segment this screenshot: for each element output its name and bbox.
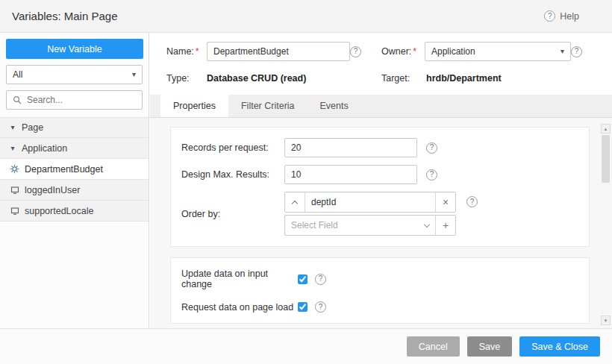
service-variable-icon <box>10 164 19 174</box>
tree-item-label: DepartmentBudget <box>25 164 103 175</box>
properties-tab-content: Records per request: ? Design Max. Resul… <box>150 118 612 328</box>
caret-down-icon: ▾ <box>561 48 564 55</box>
save-button[interactable]: Save <box>467 336 513 357</box>
close-icon: × <box>443 196 449 208</box>
search-input[interactable] <box>25 94 137 106</box>
owner-select[interactable]: Application ▾ <box>425 42 571 61</box>
help-icon: ? <box>544 10 555 22</box>
variable-icon <box>10 186 19 195</box>
request-data-help-icon[interactable]: ? <box>315 301 326 313</box>
tab-properties[interactable]: Properties <box>160 95 228 117</box>
chevron-up-icon <box>292 200 298 206</box>
request-data-checkbox[interactable] <box>298 302 307 312</box>
variable-icon <box>10 207 19 216</box>
scrollbar-thumb[interactable] <box>602 135 610 183</box>
owner-select-value: Application <box>431 46 475 57</box>
triangle-up-icon: ▲ <box>604 127 608 131</box>
dialog-header: Variables: Main Page ? Help <box>0 0 612 33</box>
request-data-label: Request data on page load <box>181 302 298 313</box>
request-data-row: Request data on page load ? <box>181 301 578 313</box>
design-max-results-row: Design Max. Results: ? <box>181 165 578 184</box>
tree-group-label: Application <box>22 143 67 154</box>
save-close-button[interactable]: Save & Close <box>519 336 600 357</box>
data-settings-card: Records per request: ? Design Max. Resul… <box>170 127 590 247</box>
tree-item-label: supportedLocale <box>25 206 93 216</box>
chevron-down-icon <box>424 221 430 227</box>
scrollbar-track[interactable] <box>601 134 611 316</box>
search-icon <box>12 95 22 104</box>
sort-direction-button[interactable] <box>285 192 305 212</box>
update-data-row: Update data on input change ? <box>181 269 578 289</box>
records-per-request-row: Records per request: ? <box>181 138 578 157</box>
help-label: Help <box>560 11 579 22</box>
variables-sidebar: New Variable All ▾ ▾ Page ▾ Application … <box>0 33 149 328</box>
triangle-down-icon: ▼ <box>604 318 608 323</box>
variable-editor: Name:* ? Owner:* Application ▾ ? Type: D… <box>150 33 612 328</box>
tree-item-supportedlocale[interactable]: supportedLocale <box>0 201 149 222</box>
tree-item-departmentbudget[interactable]: DepartmentBudget <box>0 159 149 180</box>
add-field-button[interactable]: + <box>435 216 455 235</box>
type-target-row: Type: Database CRUD (read) Target: hrdb/… <box>150 61 612 84</box>
scope-filter-value: All <box>13 69 22 80</box>
remove-field-button[interactable]: × <box>435 192 455 212</box>
update-data-checkbox[interactable] <box>298 274 307 284</box>
behavior-settings-card: Update data on input change ? Request da… <box>170 257 590 324</box>
design-max-results-label: Design Max. Results: <box>181 169 284 180</box>
caret-down-icon: ▾ <box>132 71 136 78</box>
scroll-up-button[interactable]: ▲ <box>601 124 611 134</box>
order-by-field-input[interactable] <box>305 192 435 212</box>
name-label: Name:* <box>166 46 202 57</box>
new-variable-button[interactable]: New Variable <box>6 39 143 59</box>
order-by-control: × Select Field + <box>284 192 456 236</box>
scroll-down-button[interactable]: ▼ <box>601 316 611 325</box>
caret-down-icon[interactable]: ▾ <box>9 145 16 152</box>
order-by-row: Order by: × <box>181 192 578 236</box>
editor-tabs: Properties Filter Criteria Events <box>150 95 612 118</box>
tree-item-label: loggedInUser <box>25 185 80 195</box>
required-marker: * <box>413 46 416 57</box>
tab-filter-criteria[interactable]: Filter Criteria <box>228 95 307 117</box>
search-box[interactable] <box>6 90 143 110</box>
order-by-label: Order by: <box>181 209 284 219</box>
update-data-label: Update data on input change <box>181 269 298 289</box>
update-data-help-icon[interactable]: ? <box>315 274 326 285</box>
target-label: Target: <box>381 73 422 84</box>
dialog-footer: Cancel Save Save & Close <box>0 328 612 364</box>
design-max-results-input[interactable] <box>284 165 417 184</box>
target-value: hrdb/Department <box>426 73 502 84</box>
design-max-help-icon[interactable]: ? <box>426 169 437 181</box>
name-help-icon[interactable]: ? <box>350 46 361 57</box>
add-field-row: Select Field + <box>284 215 456 236</box>
plus-icon: + <box>443 219 449 231</box>
cancel-button[interactable]: Cancel <box>407 336 460 357</box>
caret-down-icon[interactable]: ▾ <box>9 124 16 131</box>
tree-item-loggedinuser[interactable]: loggedInUser <box>0 180 149 201</box>
select-field-dropdown[interactable]: Select Field <box>285 216 435 235</box>
page-title: Variables: Main Page <box>12 10 117 22</box>
tree-group-application[interactable]: ▾ Application <box>0 138 149 159</box>
vertical-scrollbar[interactable]: ▲ ▼ <box>601 124 611 325</box>
name-owner-row: Name:* ? Owner:* Application ▾ ? <box>150 33 612 61</box>
records-per-request-label: Records per request: <box>181 142 284 153</box>
variables-dialog: Variables: Main Page ? Help New Variable… <box>0 0 612 364</box>
type-value: Database CRUD (read) <box>207 73 306 84</box>
order-by-help-icon[interactable]: ? <box>466 196 478 207</box>
scope-filter-select[interactable]: All ▾ <box>6 65 143 84</box>
tree-group-label: Page <box>22 122 43 133</box>
records-help-icon[interactable]: ? <box>426 142 437 154</box>
help-link[interactable]: ? Help <box>544 10 579 22</box>
required-marker: * <box>196 46 199 57</box>
tab-events[interactable]: Events <box>307 95 361 117</box>
type-label: Type: <box>166 73 202 84</box>
tree-group-page[interactable]: ▾ Page <box>0 117 149 138</box>
select-field-placeholder: Select Field <box>291 220 338 230</box>
owner-help-icon[interactable]: ? <box>571 46 582 57</box>
name-input[interactable] <box>207 42 350 61</box>
order-by-field-row: × <box>284 192 456 213</box>
owner-label: Owner:* <box>381 46 422 57</box>
records-per-request-input[interactable] <box>284 138 417 157</box>
